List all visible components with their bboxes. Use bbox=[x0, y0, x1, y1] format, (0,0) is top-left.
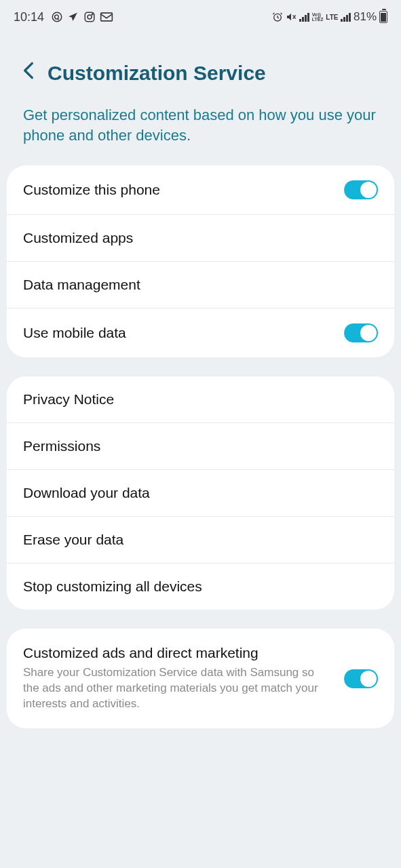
svg-rect-4 bbox=[101, 13, 113, 21]
volte-icon: Vo)) LTE2 bbox=[312, 12, 324, 22]
row-description: Share your Customization Service data wi… bbox=[23, 665, 332, 712]
row-erase-data[interactable]: Erase your data bbox=[7, 517, 394, 564]
status-bar: 10:14 Vo)) LTE2 LTE 81% bbox=[0, 0, 401, 34]
status-time: 10:14 bbox=[14, 10, 44, 24]
telegram-icon bbox=[67, 11, 79, 23]
settings-group-1: Customize this phone Customized apps Dat… bbox=[7, 165, 394, 357]
row-stop-customizing[interactable]: Stop customizing all devices bbox=[7, 564, 394, 610]
row-label: Permissions bbox=[23, 438, 100, 454]
settings-group-3: Customized ads and direct marketing Shar… bbox=[7, 629, 394, 728]
row-download-data[interactable]: Download your data bbox=[7, 470, 394, 517]
alarm-icon bbox=[272, 12, 283, 22]
row-label: Use mobile data bbox=[23, 325, 126, 341]
row-label: Customized apps bbox=[23, 230, 133, 246]
gmail-icon bbox=[100, 12, 113, 22]
battery-icon bbox=[379, 11, 387, 23]
row-label: Stop customizing all devices bbox=[23, 578, 202, 595]
svg-point-2 bbox=[88, 15, 92, 19]
settings-group-2: Privacy Notice Permissions Download your… bbox=[7, 376, 394, 610]
row-content: Customized ads and direct marketing Shar… bbox=[23, 645, 344, 712]
toggle-mobile-data[interactable] bbox=[344, 323, 378, 342]
row-permissions[interactable]: Permissions bbox=[7, 423, 394, 470]
signal-icon-2 bbox=[341, 12, 351, 22]
row-customize-phone[interactable]: Customize this phone bbox=[7, 165, 394, 215]
row-use-mobile-data[interactable]: Use mobile data bbox=[7, 309, 394, 357]
row-privacy-notice[interactable]: Privacy Notice bbox=[7, 376, 394, 423]
status-right: Vo)) LTE2 LTE 81% bbox=[272, 10, 387, 24]
toggle-customize-phone[interactable] bbox=[344, 180, 378, 199]
page-title: Customization Service bbox=[47, 62, 266, 85]
row-label: Erase your data bbox=[23, 532, 123, 548]
whatsapp-icon bbox=[51, 11, 63, 23]
svg-point-0 bbox=[52, 12, 62, 22]
signal-icon bbox=[299, 12, 309, 22]
row-label: Data management bbox=[23, 277, 140, 293]
toggle-ads[interactable] bbox=[344, 669, 378, 688]
mute-icon bbox=[286, 12, 297, 22]
row-label: Customized ads and direct marketing bbox=[23, 645, 332, 661]
status-left: 10:14 bbox=[14, 10, 113, 24]
row-data-management[interactable]: Data management bbox=[7, 262, 394, 309]
row-customized-apps[interactable]: Customized apps bbox=[7, 215, 394, 262]
row-label: Privacy Notice bbox=[23, 391, 114, 408]
row-label: Download your data bbox=[23, 485, 150, 501]
row-label: Customize this phone bbox=[23, 182, 160, 198]
svg-point-3 bbox=[92, 14, 93, 15]
battery-percent: 81% bbox=[354, 10, 377, 24]
page-subtitle: Get personalized content based on how yo… bbox=[0, 98, 401, 165]
instagram-icon bbox=[83, 11, 96, 23]
row-ads-marketing[interactable]: Customized ads and direct marketing Shar… bbox=[7, 629, 394, 728]
lte-label: LTE bbox=[326, 14, 338, 21]
back-button[interactable] bbox=[23, 61, 34, 85]
page-header: Customization Service bbox=[0, 34, 401, 98]
